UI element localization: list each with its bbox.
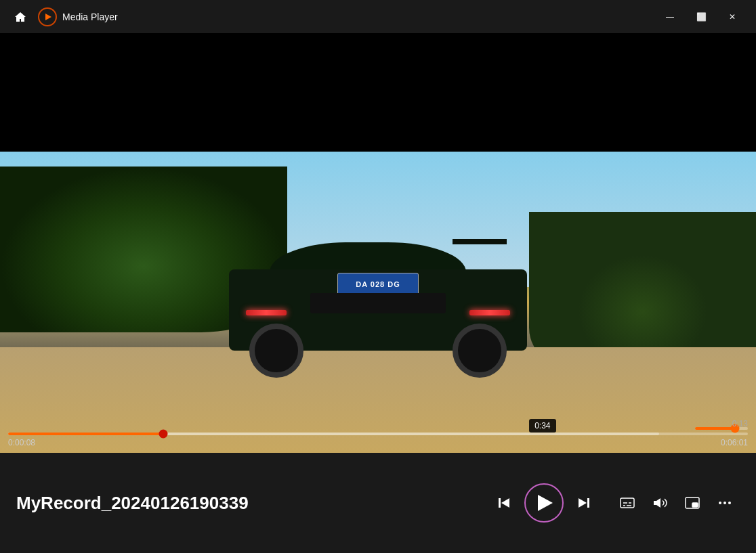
svg-point-16 (728, 502, 731, 504)
window-controls: — ⬜ ✕ (654, 6, 748, 28)
time-row: 0:00:08 0:06:01 (0, 435, 756, 453)
app-logo (38, 7, 57, 26)
total-time: 0:06:01 (721, 438, 748, 447)
svg-marker-1 (45, 14, 51, 20)
car-light-left (246, 310, 287, 315)
titlebar: Media Player — ⬜ ✕ (0, 0, 756, 33)
close-button[interactable]: ✕ (717, 6, 748, 28)
svg-rect-2 (499, 498, 501, 508)
previous-button[interactable] (489, 488, 519, 518)
progress-track[interactable] (8, 433, 748, 435)
car-exhaust (310, 293, 446, 313)
app-title: Media Player (62, 12, 654, 22)
current-time: 0:00:08 (8, 438, 35, 447)
car-light-right (469, 310, 510, 315)
car-wheel-right (453, 324, 507, 378)
progress-row[interactable] (0, 433, 756, 435)
car-spoiler (453, 239, 507, 244)
remaining-time: 0:13 (732, 419, 748, 428)
car-scene: DA 028 DG (202, 188, 554, 378)
svg-point-15 (723, 502, 726, 504)
miniplayer-button[interactable] (677, 488, 707, 518)
svg-rect-13 (692, 503, 698, 507)
svg-rect-4 (587, 498, 589, 508)
video-container[interactable]: DA 028 DG 0:34 (0, 33, 756, 453)
svg-point-14 (719, 502, 721, 504)
restore-button[interactable]: ⬜ (686, 6, 717, 28)
subtitles-button[interactable] (612, 488, 642, 518)
track-title: MyRecord_20240126190339 (16, 493, 489, 514)
play-button[interactable] (524, 483, 564, 523)
svg-marker-3 (501, 498, 509, 508)
playback-controls (489, 483, 599, 523)
more-options-button[interactable] (710, 488, 740, 518)
bottom-controls: MyRecord_20240126190339 (0, 453, 756, 553)
volume-fill (695, 427, 735, 430)
volume-button[interactable] (645, 488, 675, 518)
video-progress-overlay: 0:00:08 0:06:01 0:13 (0, 433, 756, 453)
time-tooltip: 0:34 (529, 419, 555, 433)
home-button[interactable] (8, 5, 33, 29)
svg-marker-11 (654, 498, 660, 508)
progress-thumb[interactable] (159, 430, 168, 439)
svg-marker-5 (579, 498, 587, 508)
progress-played (8, 433, 163, 435)
minimize-button[interactable]: — (654, 6, 686, 28)
video-frame: DA 028 DG 0:34 (0, 152, 756, 453)
extra-controls (612, 488, 740, 518)
next-button[interactable] (569, 488, 599, 518)
car-wheel-left (249, 324, 303, 378)
video-black-top (0, 33, 756, 152)
